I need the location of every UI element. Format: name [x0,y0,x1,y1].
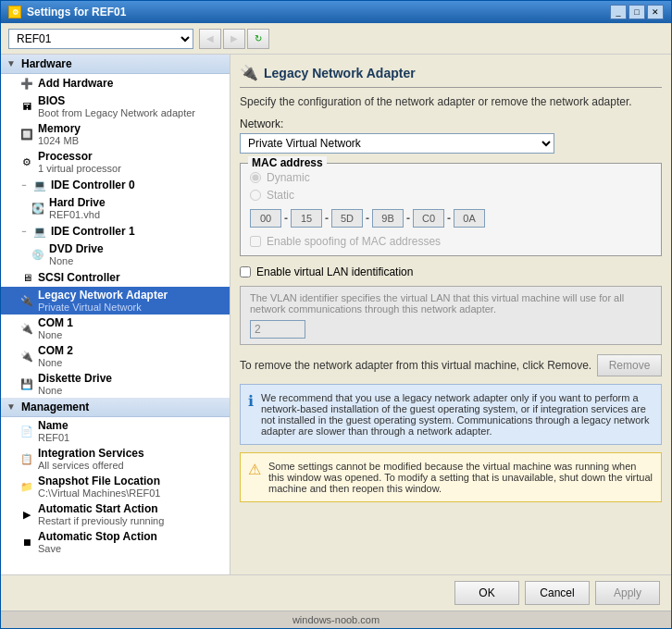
panel-description: Specify the configuration of the network… [240,95,662,108]
forward-button[interactable]: ▶ [223,29,245,49]
vm-selector[interactable]: REF01 [8,29,193,49]
integration-content: Integration Services All services offere… [38,447,144,471]
sidebar-item-scsi[interactable]: 🖥 SCSI Controller [1,268,230,287]
remove-row: To remove the network adapter from this … [240,354,662,376]
minimize-button[interactable]: _ [610,5,627,19]
sidebar: ▼ Hardware ➕ Add Hardware 🖬 BIOS Boot fr… [1,55,230,574]
hardware-label: Hardware [21,57,72,70]
vlan-group: The VLAN identifier specifies the virtua… [240,286,662,345]
watermark: windows-noob.com [1,610,671,628]
processor-label: Processor [38,150,121,163]
sidebar-item-ide0[interactable]: − 💻 IDE Controller 0 [1,176,230,194]
auto-stop-label: Automatic Stop Action [38,530,157,543]
integration-icon: 📋 [19,451,34,466]
mac-group-box: MAC address Dynamic Static - - - [240,163,662,256]
vlan-check-label: Enable virtual LAN identification [256,265,413,278]
integration-sublabel: All services offered [38,460,144,471]
sidebar-item-integration[interactable]: 📋 Integration Services All services offe… [1,445,230,473]
panel-title-text: Legacy Network Adapter [264,66,416,80]
com1-content: COM 1 None [38,316,73,340]
content-area: ▼ Hardware ➕ Add Hardware 🖬 BIOS Boot fr… [1,55,671,574]
processor-content: Processor 1 virtual processor [38,150,121,174]
dvd-drive-sublabel: None [49,255,104,266]
legacy-adapter-content: Legacy Network Adapter Private Virtual N… [38,289,168,313]
panel-title-icon: 🔌 [240,64,258,81]
back-button[interactable]: ◀ [199,29,221,49]
integration-label: Integration Services [38,447,144,460]
sidebar-item-diskette[interactable]: 💾 Diskette Drive None [1,370,230,398]
com1-icon: 🔌 [19,321,34,336]
maximize-button[interactable]: □ [628,5,645,19]
sidebar-item-bios[interactable]: 🖬 BIOS Boot from Legacy Network adapter [1,92,230,120]
legacy-adapter-label: Legacy Network Adapter [38,289,168,302]
hardware-collapse-icon: ▼ [6,58,18,69]
refresh-button[interactable]: ↻ [247,29,269,49]
main-window: ⚙ Settings for REF01 _ □ ✕ REF01 ◀ ▶ ↻ ▼… [0,0,672,629]
cancel-button[interactable]: Cancel [525,581,590,605]
hard-drive-sublabel: REF01.vhd [49,209,106,220]
mac-field-3 [331,209,363,228]
diskette-label: Diskette Drive [38,372,112,385]
auto-start-icon: ▶ [19,507,34,522]
sidebar-item-com1[interactable]: 🔌 COM 1 None [1,314,230,342]
sidebar-item-dvd-drive[interactable]: 💿 DVD Drive None [1,240,230,268]
close-button[interactable]: ✕ [647,5,664,19]
snapshot-content: Snapshot File Location C:\Virtual Machin… [38,475,160,499]
mac-field-6 [454,209,485,228]
auto-start-sublabel: Restart if previously running [38,515,164,526]
vlan-check-row: Enable virtual LAN identification [240,265,662,278]
ok-button[interactable]: OK [454,581,519,605]
mac-sep-2: - [325,212,329,225]
snapshot-sublabel: C:\Virtual Machines\REF01 [38,487,160,499]
sidebar-item-add-hardware[interactable]: ➕ Add Hardware [1,74,230,92]
management-label: Management [21,401,89,413]
sidebar-item-snapshot[interactable]: 📁 Snapshot File Location C:\Virtual Mach… [1,473,230,500]
com2-icon: 🔌 [19,349,34,364]
auto-stop-content: Automatic Stop Action Save [38,530,157,554]
mac-sep-5: - [447,212,451,225]
name-icon: 📄 [19,424,34,438]
warn-icon: ⚠ [248,461,261,494]
mac-static-radio[interactable] [250,190,261,201]
ide1-label: IDE Controller 1 [51,225,135,238]
sidebar-item-name[interactable]: 📄 Name REF01 [1,417,230,445]
main-panel: 🔌 Legacy Network Adapter Specify the con… [230,55,671,574]
mac-static-row: Static [250,189,652,202]
ide1-icon: 💻 [32,224,47,239]
sidebar-item-processor[interactable]: ⚙ Processor 1 virtual processor [1,148,230,176]
info-icon: ℹ [248,392,254,437]
mac-sep-3: - [366,212,369,225]
dvd-drive-label: DVD Drive [49,242,104,255]
sidebar-item-ide1[interactable]: − 💻 IDE Controller 1 [1,222,230,240]
ide1-collapse-icon: − [19,227,29,236]
name-sublabel: REF01 [38,432,69,443]
bios-icon: 🖬 [19,99,34,114]
auto-start-label: Automatic Start Action [38,502,164,515]
network-select[interactable]: Private Virtual Network [240,133,554,154]
diskette-sublabel: None [38,385,112,396]
window-title: Settings for REF01 [27,6,126,18]
memory-label: Memory [38,122,81,135]
mac-fields: - - - - - [250,209,652,228]
memory-icon: 🔲 [19,127,34,142]
scsi-label: SCSI Controller [38,271,120,284]
management-section-header: ▼ Management [1,398,230,417]
mac-spoof-row: Enable spoofing of MAC addresses [250,235,652,248]
dvd-drive-content: DVD Drive None [49,242,104,266]
sidebar-item-auto-stop[interactable]: ⏹ Automatic Stop Action Save [1,528,230,556]
sidebar-item-com2[interactable]: 🔌 COM 2 None [1,342,230,370]
sidebar-item-memory[interactable]: 🔲 Memory 1024 MB [1,120,230,148]
mac-spoof-checkbox[interactable] [250,236,261,247]
vlan-id-input[interactable] [250,320,305,339]
snapshot-icon: 📁 [19,479,34,494]
toolbar: REF01 ◀ ▶ ↻ [1,23,671,55]
remove-button[interactable]: Remove [597,354,662,376]
mac-dynamic-radio[interactable] [250,172,261,183]
ide0-label: IDE Controller 0 [51,179,135,191]
auto-stop-icon: ⏹ [19,535,34,549]
sidebar-item-hard-drive[interactable]: 💽 Hard Drive REF01.vhd [1,194,230,222]
vlan-enable-checkbox[interactable] [240,266,251,278]
sidebar-item-auto-start[interactable]: ▶ Automatic Start Action Restart if prev… [1,500,230,528]
sidebar-item-legacy-adapter[interactable]: 🔌 Legacy Network Adapter Private Virtual… [1,287,230,314]
apply-button[interactable]: Apply [595,581,660,605]
